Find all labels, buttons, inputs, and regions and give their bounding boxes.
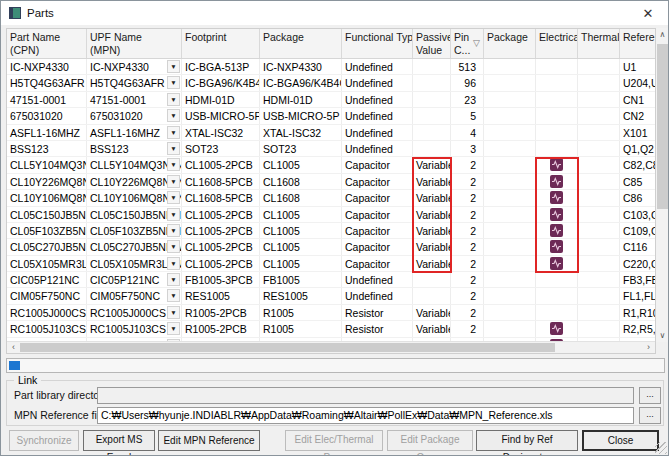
cell-functional-type[interactable]: Capacitor [342,207,413,222]
electrical-property-icon[interactable] [550,175,563,188]
cell-passive-value[interactable]: Variable [413,321,451,336]
mpn-dropdown-icon[interactable]: ▼ [167,191,180,204]
cell-part-name-cpn[interactable]: ASFL1-16MHZ [7,125,87,140]
cell-package[interactable]: CL1608 [260,190,342,205]
cell-thermal[interactable] [578,141,620,156]
cell-package-geom[interactable] [484,75,536,90]
column-header-thermal[interactable]: Thermal [578,29,620,58]
cell-package-geom[interactable] [484,59,536,74]
cell-footprint[interactable]: CL1005-2PCB [182,207,260,222]
cell-package-geom[interactable] [484,305,536,320]
cell-functional-type[interactable]: Capacitor [342,239,413,254]
cell-package[interactable]: CL1005 [260,223,342,238]
cell-thermal[interactable] [578,239,620,254]
cell-pin-count[interactable]: 4 [451,125,484,140]
cell-package[interactable]: XTAL-ISC32 [260,125,342,140]
table-row[interactable]: 47151-000147151-0001▼HDMI-01DHDMI-01DUnd… [7,92,655,108]
table-row[interactable]: H5TQ4G63AFRH5TQ4G63AFR▼IC-BGA96/K4B4G1IC… [7,75,655,91]
find-by-ref-designator-button[interactable]: Find by Ref Designator [476,430,578,451]
cell-functional-type[interactable]: Undefined [342,92,413,107]
cell-package-geom[interactable] [484,108,536,123]
cell-electrical[interactable] [536,288,578,303]
column-header-reference[interactable]: Refere [620,29,655,58]
mpn-dropdown-icon[interactable]: ▼ [167,60,180,73]
edit-package-geom-button[interactable]: Edit Package Geom [387,430,473,451]
cell-part-name-cpn[interactable]: H5TQ4G63AFR [7,75,87,90]
cell-package-geom[interactable] [484,256,536,271]
cell-passive-value[interactable]: Variable [413,157,451,172]
cell-reference[interactable]: C103,C [620,207,655,222]
cell-package[interactable]: CL1005 [260,157,342,172]
cell-passive-value[interactable] [413,59,451,74]
cell-package-geom[interactable] [484,92,536,107]
column-header-package-geom[interactable]: Package [484,29,536,58]
electrical-property-icon[interactable] [550,240,563,253]
cell-passive-value[interactable]: Variable [413,174,451,189]
cell-footprint[interactable]: CL1608-5PCB [182,190,260,205]
cell-part-name-cpn[interactable]: CL05C270JB5NNW [7,239,87,254]
cell-thermal[interactable] [578,190,620,205]
cell-part-name-cpn[interactable]: CL05F103ZB5NNN [7,223,87,238]
cell-pin-count[interactable]: 2 [451,256,484,271]
cell-footprint[interactable]: CL1608-5PCB [182,174,260,189]
cell-package-geom[interactable] [484,272,536,287]
cell-footprint[interactable]: R1005-2PCB [182,321,260,336]
cell-package-geom[interactable] [484,223,536,238]
cell-thermal[interactable] [578,125,620,140]
cell-package[interactable]: CL1005 [260,256,342,271]
cell-upf-name-mpn[interactable]: CL05F103ZB5NNNC▼ [87,223,182,238]
horizontal-scrollbar[interactable]: ‹ › [7,341,655,353]
cell-thermal[interactable] [578,256,620,271]
cell-functional-type[interactable]: Undefined [342,125,413,140]
cell-passive-value[interactable] [413,108,451,123]
mpn-reference-file-field[interactable]: C:₩Users₩hyunje.INDIABLR₩AppData₩Roaming… [97,407,634,424]
column-header-package[interactable]: Package [260,29,342,58]
cell-upf-name-mpn[interactable]: CL10Y226MQ8NRNC▼ [87,174,182,189]
mpn-dropdown-icon[interactable]: ▼ [167,322,180,335]
electrical-property-icon[interactable] [550,191,563,204]
cell-reference[interactable]: C82,C8 [620,157,655,172]
cell-upf-name-mpn[interactable]: CL10Y106MQ8NRNC▼ [87,190,182,205]
table-row[interactable]: CL10Y226MQ8NRNCL10Y226MQ8NRNC▼CL1608-5PC… [7,174,655,190]
cell-pin-count[interactable]: 2 [451,272,484,287]
mpn-dropdown-icon[interactable]: ▼ [167,273,180,286]
cell-package-geom[interactable] [484,157,536,172]
table-row[interactable]: BSS123BSS123▼SOT23SOT23Undefined3Q1,Q2 [7,141,655,157]
cell-upf-name-mpn[interactable]: CL05C270JB5NNWC▼ [87,239,182,254]
cell-functional-type[interactable]: Capacitor [342,174,413,189]
table-row[interactable]: CL05F103ZB5NNNCL05F103ZB5NNNC▼CL1005-2PC… [7,223,655,239]
column-header-pin-count[interactable]: PinC...▽ [451,29,484,58]
electrical-property-icon[interactable] [550,224,563,237]
cell-reference[interactable]: C85 [620,174,655,189]
cell-passive-value[interactable] [413,92,451,107]
cell-pin-count[interactable]: 513 [451,59,484,74]
cell-pin-count[interactable]: 2 [451,207,484,222]
synchronize-button[interactable]: Synchronize [9,430,79,451]
cell-passive-value[interactable]: Variable [413,207,451,222]
cell-footprint[interactable]: FB1005-3PCB [182,272,260,287]
cell-pin-count[interactable]: 23 [451,92,484,107]
cell-reference[interactable]: Q1,Q2 [620,141,655,156]
table-row[interactable]: CLL5Y104MQ3NLNCLL5Y104MQ3NLNC▼CL1005-2PC… [7,157,655,173]
cell-footprint[interactable]: CL1005-2PCB [182,223,260,238]
table-row[interactable]: CIC05P121NCCIC05P121NC▼FB1005-3PCBFB1005… [7,272,655,288]
cell-thermal[interactable] [578,223,620,238]
part-library-browse-button[interactable]: ... [639,387,661,404]
cell-electrical[interactable] [536,108,578,123]
cell-electrical[interactable] [536,125,578,140]
mpn-dropdown-icon[interactable]: ▼ [167,257,180,270]
cell-electrical[interactable] [536,92,578,107]
part-library-directory-field[interactable] [97,387,634,404]
cell-pin-count[interactable]: 2 [451,288,484,303]
mpn-dropdown-icon[interactable]: ▼ [167,109,180,122]
table-row[interactable]: CL10Y106MQ8NRNCL10Y106MQ8NRNC▼CL1608-5PC… [7,190,655,206]
cell-electrical[interactable] [536,272,578,287]
cell-package-geom[interactable] [484,321,536,336]
cell-passive-value[interactable] [413,288,451,303]
cell-functional-type[interactable]: Undefined [342,108,413,123]
cell-package[interactable]: RES1005 [260,288,342,303]
cell-electrical[interactable] [536,207,578,222]
cell-thermal[interactable] [578,174,620,189]
mpn-dropdown-icon[interactable]: ▼ [167,126,180,139]
cell-electrical[interactable] [536,305,578,320]
